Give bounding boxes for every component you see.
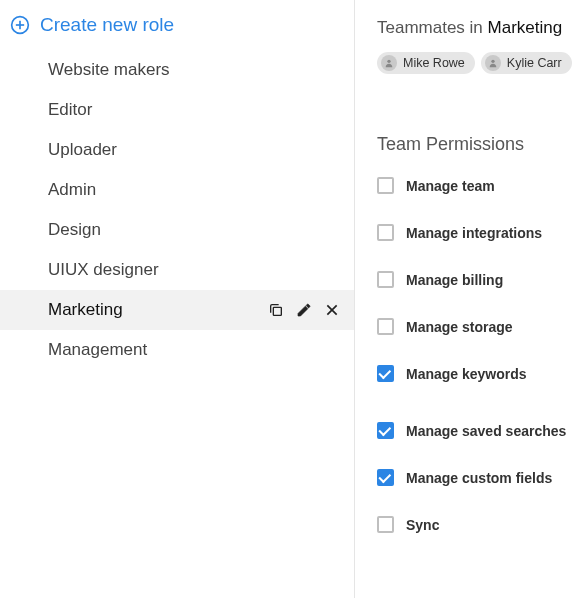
permission-item[interactable]: Manage team: [377, 177, 580, 194]
role-label: Editor: [48, 100, 92, 120]
permissions-title: Team Permissions: [377, 134, 580, 155]
permission-label: Manage storage: [406, 319, 513, 335]
role-label: Management: [48, 340, 147, 360]
permission-item[interactable]: Manage storage: [377, 318, 580, 335]
role-actions: [268, 302, 340, 318]
teammates-prefix: Teammates in: [377, 18, 488, 37]
checkbox[interactable]: [377, 365, 394, 382]
avatar-icon: [485, 55, 501, 71]
avatar-icon: [381, 55, 397, 71]
permission-item[interactable]: Sync: [377, 516, 580, 533]
permission-item[interactable]: Manage saved searches: [377, 422, 580, 439]
checkbox[interactable]: [377, 422, 394, 439]
duplicate-icon[interactable]: [268, 302, 284, 318]
role-item[interactable]: Management: [0, 330, 354, 370]
role-label: Design: [48, 220, 101, 240]
checkbox[interactable]: [377, 469, 394, 486]
roles-list: Website makersEditorUploaderAdminDesignU…: [0, 50, 354, 370]
create-role-button[interactable]: Create new role: [0, 14, 354, 50]
permission-item[interactable]: Manage keywords: [377, 365, 580, 382]
checkbox[interactable]: [377, 516, 394, 533]
permission-item[interactable]: Manage billing: [377, 271, 580, 288]
permission-label: Manage custom fields: [406, 470, 552, 486]
teammates-role-name: Marketing: [488, 18, 563, 37]
role-item[interactable]: Editor: [0, 90, 354, 130]
permissions-list: Manage teamManage integrationsManage bil…: [377, 177, 580, 533]
role-label: UIUX designer: [48, 260, 159, 280]
role-label: Website makers: [48, 60, 170, 80]
permission-label: Sync: [406, 517, 439, 533]
role-item[interactable]: Marketing: [0, 290, 354, 330]
role-label: Uploader: [48, 140, 117, 160]
role-item[interactable]: Admin: [0, 170, 354, 210]
role-item[interactable]: Uploader: [0, 130, 354, 170]
role-item[interactable]: Design: [0, 210, 354, 250]
permission-label: Manage saved searches: [406, 423, 566, 439]
svg-point-27: [387, 60, 390, 63]
permission-label: Manage integrations: [406, 225, 542, 241]
permission-label: Manage billing: [406, 272, 503, 288]
permission-item[interactable]: Manage custom fields: [377, 469, 580, 486]
roles-panel: Create new role Website makersEditorUplo…: [0, 0, 355, 598]
permission-item[interactable]: Manage integrations: [377, 224, 580, 241]
svg-rect-21: [273, 307, 281, 315]
role-item[interactable]: UIUX designer: [0, 250, 354, 290]
role-detail-panel: Teammates in Marketing Mike RoweKylie Ca…: [355, 0, 580, 598]
permission-label: Manage keywords: [406, 366, 527, 382]
checkbox[interactable]: [377, 318, 394, 335]
svg-point-28: [491, 60, 494, 63]
role-label: Admin: [48, 180, 96, 200]
permission-label: Manage team: [406, 178, 495, 194]
teammate-chip[interactable]: Mike Rowe: [377, 52, 475, 74]
teammate-name: Mike Rowe: [403, 56, 465, 70]
checkbox[interactable]: [377, 271, 394, 288]
plus-circle-icon: [10, 15, 30, 35]
create-role-label: Create new role: [40, 14, 174, 36]
teammates-header: Teammates in Marketing: [377, 18, 580, 38]
checkbox[interactable]: [377, 177, 394, 194]
teammate-chip[interactable]: Kylie Carr: [481, 52, 572, 74]
teammate-name: Kylie Carr: [507, 56, 562, 70]
checkbox[interactable]: [377, 224, 394, 241]
edit-icon[interactable]: [296, 302, 312, 318]
role-label: Marketing: [48, 300, 123, 320]
close-icon[interactable]: [324, 302, 340, 318]
role-item[interactable]: Website makers: [0, 50, 354, 90]
teammates-chips: Mike RoweKylie Carr: [377, 52, 580, 74]
